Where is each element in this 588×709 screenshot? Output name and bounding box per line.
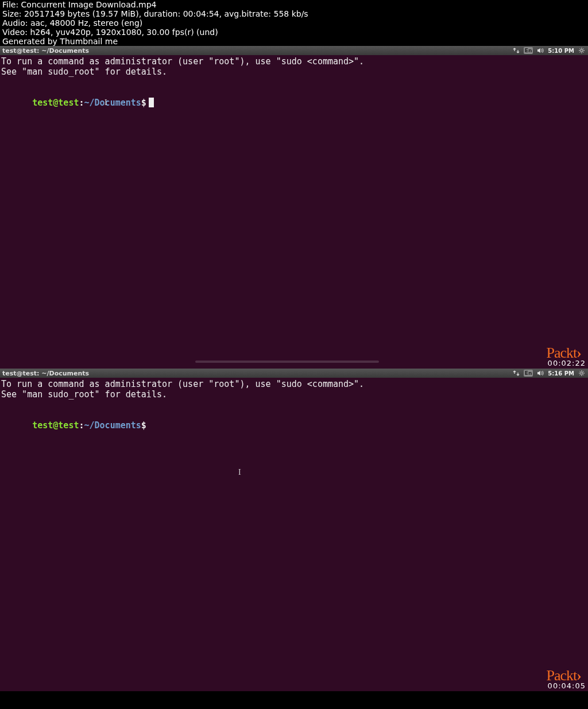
- ibeam-cursor-icon: I: [238, 467, 241, 478]
- svg-point-1: [581, 372, 583, 374]
- blank-line: [1, 77, 587, 87]
- gear-icon[interactable]: [578, 369, 586, 377]
- prompt-line: test@test:~/Documents$: [1, 410, 587, 441]
- divider-highlight: [195, 361, 379, 363]
- language-indicator[interactable]: En: [524, 47, 533, 54]
- volume-icon[interactable]: [536, 369, 544, 377]
- terminal-body[interactable]: To run a command as administrator (user …: [0, 378, 588, 691]
- prompt-path: ~/Documents: [84, 98, 141, 108]
- system-tray: En 5:16 PM: [512, 369, 586, 377]
- prompt-user: test@test: [32, 98, 79, 108]
- network-icon[interactable]: [512, 369, 520, 377]
- packt-logo: Packt›: [547, 348, 581, 358]
- audio-line: Audio: aac, 48000 Hz, stereo (eng): [2, 18, 586, 28]
- volume-icon[interactable]: [536, 47, 544, 55]
- sudo-hint-line-1: To run a command as administrator (user …: [1, 56, 587, 67]
- media-info-header: File: Concurrent Image Download.mp4 Size…: [0, 0, 588, 46]
- gear-icon[interactable]: [578, 47, 586, 55]
- packt-logo: Packt›: [547, 671, 581, 681]
- file-line: File: Concurrent Image Download.mp4: [2, 0, 586, 9]
- sudo-hint-line-1: To run a command as administrator (user …: [1, 379, 587, 389]
- prompt-dollar: $: [141, 420, 146, 431]
- sudo-hint-line-2: See "man sudo_root" for details.: [1, 389, 587, 400]
- thumbnail-timestamp: 00:02:22: [548, 358, 586, 369]
- bottom-strip: [0, 691, 588, 709]
- thumbnail-2: test@test: ~/Documents En 5:16 PM To run…: [0, 369, 588, 691]
- svg-point-0: [581, 49, 583, 52]
- size-line: Size: 20517149 bytes (19.57 MiB), durati…: [2, 9, 586, 18]
- window-titlebar: test@test: ~/Documents En 5:16 PM: [0, 369, 588, 378]
- prompt-user: test@test: [32, 420, 79, 431]
- window-title: test@test: ~/Documents: [2, 370, 512, 377]
- clock[interactable]: 5:16 PM: [548, 370, 574, 377]
- language-indicator[interactable]: En: [524, 370, 533, 377]
- sudo-hint-line-2: See "man sudo_root" for details.: [1, 67, 587, 77]
- prompt-colon: :: [79, 420, 84, 431]
- prompt-dollar: $: [141, 98, 146, 108]
- generated-line: Generated by Thumbnail me: [2, 37, 586, 46]
- video-line: Video: h264, yuv420p, 1920x1080, 30.00 f…: [2, 28, 586, 37]
- network-icon[interactable]: [512, 47, 520, 55]
- prompt-colon: :: [79, 98, 84, 108]
- thumbnail-timestamp: 00:04:05: [548, 681, 586, 691]
- thumbnail-1: test@test: ~/Documents En 5:10 PM To run…: [0, 46, 588, 369]
- clock[interactable]: 5:10 PM: [548, 48, 574, 54]
- window-title: test@test: ~/Documents: [2, 47, 512, 55]
- prompt-line: test@test:~/Documents$: [1, 87, 587, 118]
- block-cursor: [149, 98, 154, 107]
- window-titlebar: test@test: ~/Documents En 5:10 PM: [0, 46, 588, 55]
- system-tray: En 5:10 PM: [512, 47, 586, 55]
- blank-line: [1, 400, 587, 410]
- terminal-body[interactable]: To run a command as administrator (user …: [0, 55, 588, 369]
- prompt-path: ~/Documents: [84, 420, 141, 431]
